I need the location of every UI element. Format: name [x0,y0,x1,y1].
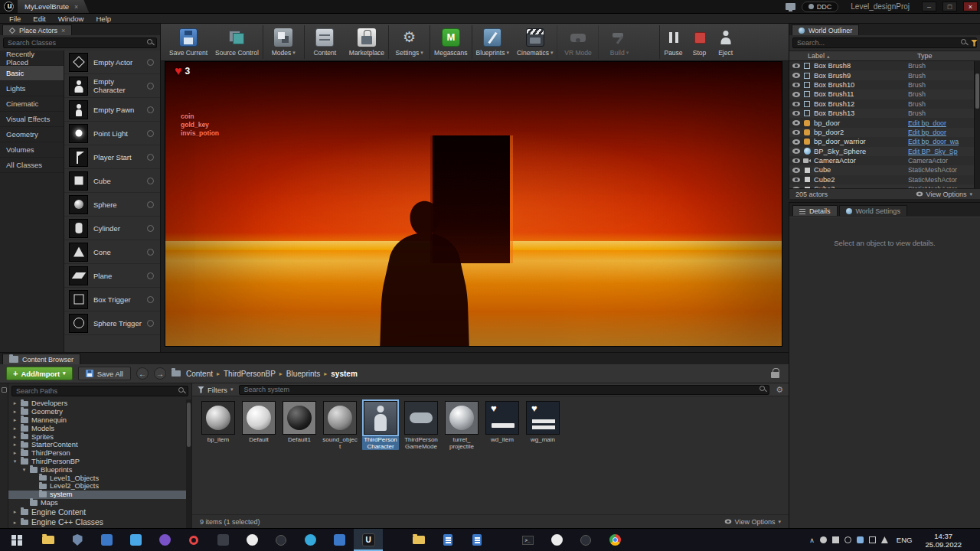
actor-type[interactable]: Edit bp_door_wa [908,138,971,145]
place-actor-item[interactable]: Cylinder [64,217,160,240]
place-actor-item[interactable]: Sphere [64,193,160,217]
level-viewport[interactable]: ♥ 3 coin gold_key invis_potion [165,61,782,347]
column-type[interactable]: Type [917,52,980,60]
asset-tile[interactable]: Default1 [281,401,318,450]
taskbar-app-icon[interactable] [121,529,150,551]
tab-content-browser[interactable]: Content Browser [2,354,80,364]
visibility-eye-icon[interactable] [792,83,800,88]
tree-item[interactable]: ThirdPerson [8,449,191,458]
outliner-row[interactable]: Box Brush8 Brush [789,61,980,70]
search-paths-input[interactable] [11,386,188,396]
taskbar-app-icon[interactable] [296,529,325,551]
toolbar-button[interactable]: Build [598,25,639,59]
tree-item[interactable]: Developers [8,399,191,408]
expander-icon[interactable] [12,442,18,448]
place-actor-item[interactable]: Cube [64,169,160,193]
language-switcher[interactable]: ENG [893,536,916,544]
tree-item[interactable]: Level1_Objects [8,474,191,482]
visibility-eye-icon[interactable] [792,73,800,78]
place-actor-item[interactable]: Player Start [64,145,160,169]
tree-item[interactable]: Maps [8,499,191,507]
place-actors-category[interactable]: Lights [0,81,64,96]
visibility-eye-icon[interactable] [792,158,800,164]
visibility-eye-icon[interactable] [792,92,800,97]
close-tab-icon[interactable]: × [74,3,78,11]
toolbar-button[interactable]: Cinematics [513,25,557,59]
drag-handle-icon[interactable] [147,178,154,184]
expander-icon[interactable] [12,520,18,526]
column-label[interactable]: Label [808,52,917,60]
tray-icon[interactable] [869,536,876,543]
outliner-row[interactable]: Box Brush12 Brush [789,99,980,109]
expander-icon[interactable] [12,458,18,465]
taskbar-app-icon[interactable] [63,529,92,551]
actor-type[interactable]: StaticMeshActor [908,166,971,174]
outliner-row[interactable]: bp_door2 Edit bp_door [789,128,980,137]
tree-item[interactable]: Mannequin [8,416,191,425]
place-actors-category[interactable]: Recently Placed [0,51,64,66]
drag-handle-icon[interactable] [147,296,154,303]
visibility-eye-icon[interactable] [792,120,800,126]
visibility-eye-icon[interactable] [792,102,800,107]
drag-handle-icon[interactable] [147,320,154,327]
start-button[interactable] [0,529,34,551]
save-all-button[interactable]: Save All [78,367,131,380]
toolbar-button[interactable]: Modes [263,25,304,59]
menu-item[interactable]: Edit [27,15,51,23]
asset-tile[interactable]: bp_item [200,401,237,450]
toolbar-button[interactable]: Blueprints [472,25,513,59]
visibility-eye-icon[interactable] [792,130,800,135]
visibility-eye-icon[interactable] [792,148,800,154]
actor-type[interactable]: Brush [908,62,971,70]
taskbar-app-icon[interactable] [208,529,237,551]
actor-type[interactable]: StaticMeshActor [908,185,971,188]
asset-search-input[interactable] [239,385,769,395]
outliner-row[interactable]: Box Brush10 Brush [789,80,980,90]
taskbar-app-icon[interactable] [34,529,63,551]
asset-tile[interactable]: ThirdPerson Character [362,401,399,450]
tree-item[interactable]: Engine C++ Classes [8,517,191,528]
drag-handle-icon[interactable] [147,59,154,66]
place-actors-category[interactable]: Volumes [0,142,64,158]
taskbar-app-icon[interactable] [542,529,571,551]
toolbar-button[interactable]: Pause [659,25,686,59]
outliner-row[interactable]: Cube2 StaticMeshActor [789,175,980,184]
menu-item[interactable]: Window [52,15,90,23]
taskbar-app-icon[interactable] [92,529,121,551]
toolbar-button[interactable]: Save Current [165,25,211,59]
tree-item[interactable]: Blueprints [8,465,191,474]
forward-button[interactable]: → [154,367,166,380]
tab-world-settings[interactable]: World Settings [839,205,907,216]
taskbar-app-icon[interactable] [433,529,462,551]
toolbar-button[interactable]: Megascans [430,25,471,59]
breadcrumb-item[interactable]: Content [186,370,213,378]
taskbar-app-icon[interactable] [325,529,354,551]
place-actor-item[interactable]: Empty Actor [64,51,160,74]
actor-type[interactable]: Brush [908,81,971,89]
breadcrumb-item[interactable]: ThirdPersonBP [224,370,276,378]
outliner-view-options[interactable]: View Options ▾ [916,191,972,198]
drag-handle-icon[interactable] [147,249,154,256]
expander-icon[interactable] [12,417,18,423]
visibility-eye-icon[interactable] [792,178,800,183]
drag-handle-icon[interactable] [147,154,154,161]
place-actors-category[interactable]: Geometry [0,127,64,142]
tree-item[interactable]: Models [8,424,191,432]
place-actors-search-input[interactable] [3,37,157,48]
lock-icon[interactable] [771,372,779,378]
visibility-eye-icon[interactable] [792,187,800,188]
taskbar-app-icon[interactable] [266,529,296,551]
tray-icon[interactable] [857,536,864,543]
expander-icon[interactable] [12,425,18,432]
toolbar-button[interactable]: Eject [713,25,739,59]
scrollbar-thumb[interactable] [975,73,979,109]
clock[interactable]: 14:37 25.09.2022 [920,532,966,549]
place-actor-item[interactable]: Point Light [64,122,160,145]
taskbar-app-icon[interactable] [513,529,542,551]
tree-item[interactable]: ThirdPersonBP [8,458,191,466]
maximize-button[interactable] [942,2,957,11]
outliner-row[interactable]: BP_Sky_Sphere Edit BP_Sky_Sp [789,147,980,156]
tray-icon[interactable] [820,536,827,543]
asset-tile[interactable]: Default [240,401,277,450]
expander-icon[interactable] [21,467,27,473]
